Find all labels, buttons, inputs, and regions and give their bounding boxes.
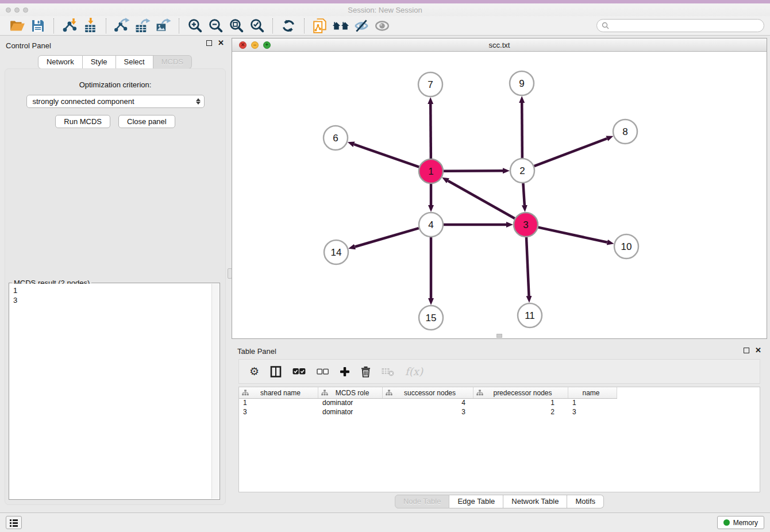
deselect-all-icon[interactable] (317, 368, 329, 375)
columns-icon[interactable] (270, 366, 282, 377)
float-panel-icon[interactable] (206, 40, 212, 46)
table-row[interactable]: 3dominator323 (239, 408, 760, 417)
control-panel: Control Panel ✕ NetworkStyleSelectMCDS O… (0, 36, 230, 512)
image-export-icon[interactable] (155, 17, 172, 34)
graph-node-14[interactable]: 14 (324, 240, 348, 264)
graph-node-7[interactable]: 7 (418, 72, 442, 97)
close-panel-icon[interactable]: ✕ (218, 40, 224, 46)
hierarchy-icon (386, 390, 392, 396)
graph-node-1[interactable]: 1 (419, 159, 443, 183)
task-history-button[interactable] (6, 516, 22, 529)
graph-node-4[interactable]: 4 (419, 213, 443, 237)
tab-motifs[interactable]: Motifs (567, 495, 604, 508)
graph-node-11[interactable]: 11 (518, 303, 542, 327)
main-toolbar (0, 16, 770, 36)
zoom-out-icon[interactable] (207, 17, 224, 34)
tab-node-table[interactable]: Node Table (395, 495, 450, 508)
column-header-shared-name[interactable]: shared name (239, 387, 318, 398)
run-mcds-button[interactable]: Run MCDS (55, 115, 110, 128)
toolbar-separator (53, 18, 54, 33)
graph-edge-2-3[interactable] (523, 183, 524, 205)
float-table-panel-icon[interactable] (744, 348, 749, 353)
graph-node-9[interactable]: 9 (510, 71, 534, 95)
toolbar-separator (304, 18, 305, 33)
network-copy-icon[interactable] (311, 17, 329, 34)
canvas-resize-grip[interactable] (496, 334, 502, 338)
select-all-icon[interactable] (292, 368, 306, 375)
zoom-in-icon[interactable] (186, 17, 203, 34)
network-export-icon[interactable] (113, 17, 130, 34)
node-label: 6 (333, 133, 338, 144)
zoom-fit-icon[interactable] (228, 17, 245, 34)
graph-edge-1-2[interactable] (444, 171, 503, 171)
node-label: 4 (428, 219, 433, 230)
table-export-icon[interactable] (134, 17, 151, 34)
graph-node-6[interactable]: 6 (324, 126, 348, 150)
column-header-successor-nodes[interactable]: successor nodes (383, 387, 473, 398)
table-import-icon[interactable] (82, 17, 99, 34)
graph-node-2[interactable]: 2 (510, 159, 534, 183)
tab-mcds[interactable]: MCDS (153, 55, 192, 69)
graph-node-8[interactable]: 8 (613, 119, 637, 144)
table-toolbar: ⚙f(x) (238, 359, 760, 384)
graph-node-15[interactable]: 15 (419, 306, 443, 330)
search-icon (602, 22, 609, 29)
table-panel-title: Table Panel (237, 347, 276, 356)
optimization-label: Optimization criterion: (5, 80, 225, 89)
search-input[interactable] (612, 22, 759, 30)
graph-edge-3-1[interactable] (448, 181, 515, 219)
column-header-predecessor-nodes[interactable]: predecessor nodes (473, 387, 568, 398)
add-row-icon[interactable] (340, 367, 350, 377)
mcds-result-text[interactable]: 13 (10, 284, 211, 499)
eye-slash-icon[interactable] (353, 17, 370, 34)
table-cell: 1 (239, 399, 318, 408)
node-label: 10 (621, 241, 632, 252)
folder-open-icon[interactable] (9, 17, 26, 34)
network-canvas[interactable]: 7968124314101511 (232, 52, 767, 338)
table-header-row: shared nameMCDS rolesuccessor nodesprede… (239, 387, 617, 399)
zoom-selected-icon[interactable] (248, 17, 265, 34)
graph-node-3[interactable]: 3 (514, 213, 538, 237)
tab-network[interactable]: Network (38, 55, 83, 69)
table-cell: 3 (239, 408, 318, 417)
tab-select[interactable]: Select (116, 55, 153, 69)
node-label: 14 (331, 247, 342, 258)
table-row[interactable]: 1dominator411 (239, 399, 760, 408)
tab-style[interactable]: Style (83, 55, 116, 69)
refresh-icon[interactable] (280, 17, 297, 34)
memory-button[interactable]: Memory (717, 516, 764, 529)
houses-icon[interactable] (332, 17, 349, 34)
network-graph[interactable]: 7968124314101511 (232, 52, 767, 338)
table-cell: 2 (473, 408, 568, 417)
gear-icon[interactable]: ⚙ (249, 366, 259, 377)
graph-edge-1-6[interactable] (354, 144, 419, 167)
eye-icon[interactable] (374, 17, 391, 34)
graph-node-10[interactable]: 10 (614, 234, 638, 259)
criterion-select[interactable]: strongly connected component (26, 95, 205, 108)
result-line: 1 (13, 286, 208, 295)
window-title: Session: New Session (0, 6, 770, 14)
graph-edge-1-7[interactable] (430, 104, 431, 159)
save-icon[interactable] (29, 17, 47, 34)
graph-edge-4-14[interactable] (355, 228, 419, 246)
list-icon (9, 519, 18, 527)
graph-edge-3-10[interactable] (538, 228, 607, 242)
network-import-icon[interactable] (61, 17, 78, 34)
column-header-name[interactable]: name (568, 387, 617, 398)
delete-table-icon (382, 367, 394, 376)
graph-edge-2-8[interactable] (534, 138, 607, 166)
node-label: 11 (525, 310, 535, 321)
close-panel-button[interactable]: Close panel (118, 115, 175, 128)
result-line: 3 (13, 295, 208, 305)
trash-icon[interactable] (361, 366, 371, 377)
tab-network-table[interactable]: Network Table (503, 495, 567, 508)
result-scrollbar[interactable] (211, 284, 219, 499)
graph-edge-2-9[interactable] (522, 103, 522, 158)
graph-edge-3-11[interactable] (526, 237, 529, 296)
table-cell: 3 (383, 408, 473, 417)
tab-edge-table[interactable]: Edge Table (449, 495, 503, 508)
control-panel-header: Control Panel ✕ (0, 36, 230, 51)
function-icon: f(x) (405, 365, 423, 377)
close-table-panel-icon[interactable]: ✕ (755, 348, 761, 353)
column-header-MCDS-role[interactable]: MCDS role (318, 387, 383, 398)
